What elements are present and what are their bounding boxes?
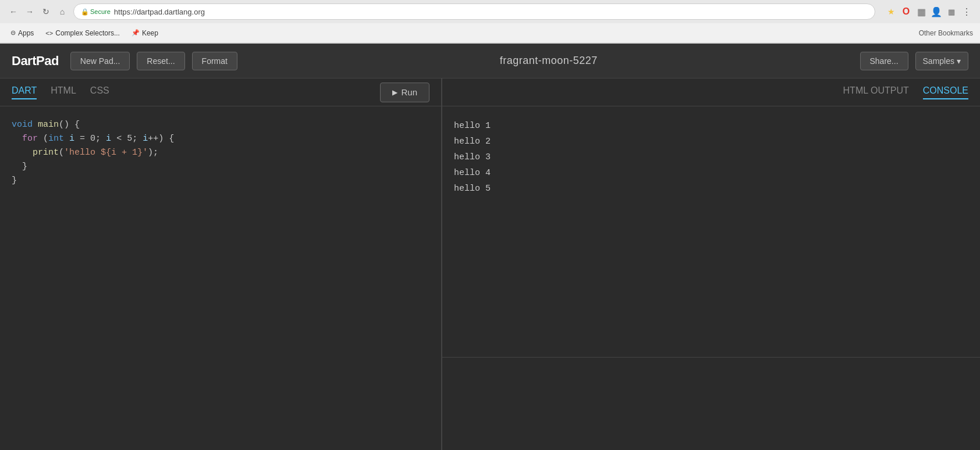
console-line-1: hello 1 <box>454 118 968 134</box>
other-bookmarks-label: Other Bookmarks <box>919 29 973 37</box>
code-line-4: } <box>12 160 429 174</box>
editor-panel: DART HTML CSS ▶ Run void main() { for <box>0 78 442 450</box>
url-text: https://dartpad.dartlang.org <box>114 8 205 16</box>
bookmark-apps-label: Apps <box>18 29 34 37</box>
code-line-1: void main() { <box>12 118 429 132</box>
browser-nav-buttons: ← → ↻ ⌂ <box>7 5 69 18</box>
output-tabs: HTML OUTPUT CONSOLE <box>442 78 980 106</box>
console-line-4: hello 4 <box>454 165 968 181</box>
bookmark-keep[interactable]: 📌 Keep <box>128 28 162 38</box>
run-button[interactable]: ▶ Run <box>380 83 429 102</box>
code-line-2: for (int i = 0; i < 5; i++) { <box>12 132 429 146</box>
run-btn-container: ▶ Run <box>380 83 429 102</box>
secure-badge: 🔒 Secure <box>81 8 111 16</box>
code-icon: <> <box>45 30 53 37</box>
home-button[interactable]: ⌂ <box>56 5 69 18</box>
editor-tabs: DART HTML CSS ▶ Run <box>0 78 441 106</box>
reset-button[interactable]: Reset... <box>137 52 184 70</box>
bookmarks-bar: ⊝ Apps <> Complex Selectors... 📌 Keep Ot… <box>0 23 980 43</box>
samples-button[interactable]: Samples ▾ <box>915 52 968 70</box>
tab-css[interactable]: CSS <box>90 85 109 99</box>
menu-icon[interactable]: ⋮ <box>960 5 973 18</box>
code-line-5: } <box>12 174 429 188</box>
apps-icon: ⊝ <box>10 29 16 37</box>
bookmark-apps[interactable]: ⊝ Apps <box>7 28 37 38</box>
toolbar-right: Share... Samples ▾ <box>860 52 969 70</box>
reload-button[interactable]: ↻ <box>40 5 52 18</box>
bookmark-keep-label: Keep <box>142 29 158 37</box>
pad-title: fragrant-moon-5227 <box>244 55 853 67</box>
bookmark-complex-selectors[interactable]: <> Complex Selectors... <box>42 28 123 38</box>
tab-html-output[interactable]: HTML OUTPUT <box>843 85 909 99</box>
profile-icon[interactable]: 👤 <box>930 5 943 18</box>
share-button[interactable]: Share... <box>860 52 908 70</box>
tab-console[interactable]: CONSOLE <box>923 85 968 99</box>
samples-dropdown-icon: ▾ <box>957 56 961 66</box>
code-editor[interactable]: void main() { for (int i = 0; i < 5; i++… <box>0 106 441 450</box>
bookmark-star-icon[interactable]: ★ <box>885 5 897 18</box>
code-line-3: print('hello ${i + 1}'); <box>12 146 429 160</box>
bookmarks-right: Other Bookmarks <box>919 29 973 37</box>
keep-icon: 📌 <box>132 29 140 37</box>
dartpad-app: DartPad New Pad... Reset... Format fragr… <box>0 44 980 450</box>
output-bottom <box>442 358 980 450</box>
bookmark-complex-label: Complex Selectors... <box>55 29 120 37</box>
console-output: hello 1 hello 2 hello 3 hello 4 hello 5 <box>442 106 980 357</box>
samples-label: Samples <box>923 56 954 66</box>
output-panel: HTML OUTPUT CONSOLE hello 1 hello 2 hell… <box>442 78 980 450</box>
console-line-5: hello 5 <box>454 181 968 197</box>
tab-html[interactable]: HTML <box>51 85 76 99</box>
console-line-2: hello 2 <box>454 134 968 149</box>
forward-button[interactable]: → <box>23 5 36 18</box>
address-bar[interactable]: 🔒 Secure https://dartpad.dartlang.org <box>73 3 875 20</box>
format-button[interactable]: Format <box>192 52 237 70</box>
tab-dart[interactable]: DART <box>12 85 37 99</box>
extensions-icon[interactable]: ▦ <box>915 5 928 18</box>
dartpad-toolbar: DartPad New Pad... Reset... Format fragr… <box>0 44 980 78</box>
lock-icon: 🔒 <box>81 8 89 16</box>
browser-chrome: ← → ↻ ⌂ 🔒 Secure https://dartpad.dartlan… <box>0 0 980 44</box>
run-label: Run <box>401 87 417 97</box>
secure-label: Secure <box>90 8 111 15</box>
opera-icon[interactable]: O <box>900 5 912 18</box>
cast-icon[interactable]: ▦ <box>945 5 958 18</box>
run-icon: ▶ <box>392 88 397 97</box>
new-pad-button[interactable]: New Pad... <box>70 52 130 70</box>
dartpad-logo: DartPad <box>12 53 59 69</box>
browser-titlebar: ← → ↻ ⌂ 🔒 Secure https://dartpad.dartlan… <box>0 0 980 23</box>
back-button[interactable]: ← <box>7 5 20 18</box>
console-line-3: hello 3 <box>454 149 968 165</box>
browser-actions: ★ O ▦ 👤 ▦ ⋮ <box>885 5 973 18</box>
dartpad-main: DART HTML CSS ▶ Run void main() { for <box>0 78 980 450</box>
